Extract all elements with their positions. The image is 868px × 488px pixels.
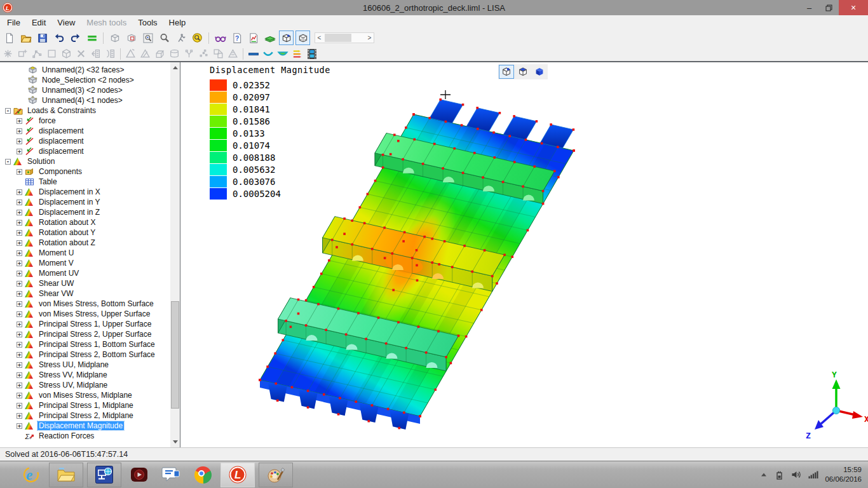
tree-expander[interactable]: + (17, 200, 22, 205)
menu-edit[interactable]: Edit (26, 17, 51, 29)
tree-item-displacement[interactable]: +displacement (0, 136, 180, 146)
view-lines-button[interactable] (85, 30, 99, 45)
tree-expander[interactable]: + (17, 250, 22, 256)
tree-expander[interactable]: + (17, 352, 22, 358)
tree-item-shear-vw[interactable]: +Shear VW (0, 288, 180, 299)
view-cube-solid-button[interactable] (279, 30, 294, 45)
tree-expander[interactable]: + (17, 128, 22, 134)
perspective-glasses-button[interactable] (213, 30, 227, 45)
tree-item-displacement-in-z[interactable]: +Displacement in Z (0, 207, 180, 217)
view-mode-solid[interactable] (532, 65, 547, 79)
view-mode-wireframe-nodes[interactable] (499, 65, 514, 79)
walk-through-button[interactable] (173, 30, 188, 45)
tree-item-von-mises-stress-bottom-surface[interactable]: +von Mises Stress, Bottom Surface (0, 299, 180, 309)
tree-item-loads-constraints[interactable]: -Loads & Constraints (0, 105, 180, 116)
menu-view[interactable]: View (51, 17, 81, 29)
undo-button[interactable] (51, 30, 66, 45)
tree-item-principal-stress-1-midplane[interactable]: +Principal Stress 1, Midplane (0, 400, 180, 410)
lync-taskbar-button[interactable] (157, 463, 185, 487)
view-element-cube-button[interactable] (124, 30, 139, 45)
tree-expander[interactable]: + (17, 210, 22, 215)
menu-tools[interactable]: Tools (132, 17, 163, 29)
redo-button[interactable] (68, 30, 83, 45)
tree-item-rotation-about-y[interactable]: +Rotation about Y (0, 227, 180, 238)
save-file-button[interactable] (35, 30, 50, 45)
view-mode-shaded[interactable] (515, 65, 531, 79)
tree-expander[interactable]: - (5, 159, 11, 165)
tree-expander[interactable]: + (17, 403, 22, 409)
tree-item-stress-uv-midplane[interactable]: +Stress UV, Midplane (0, 380, 180, 390)
tree-expander[interactable]: + (17, 169, 22, 175)
tree-item-unnamed-2-32-faces[interactable]: Unnamed(2) <32 faces> (0, 65, 180, 75)
tree-item-von-mises-stress-upper-surface[interactable]: +von Mises Stress, Upper Surface (0, 309, 180, 319)
restore-button[interactable] (819, 0, 839, 15)
media-player-taskbar-button[interactable] (125, 463, 153, 487)
help-document-button[interactable]: ? (229, 30, 244, 45)
view-cube-wire-button[interactable] (295, 30, 310, 45)
tree-item-solution[interactable]: -Solution (0, 156, 180, 166)
volume-icon[interactable] (790, 470, 801, 479)
tree-expander[interactable]: + (17, 342, 22, 348)
view-wireframe-cube-button[interactable] (107, 30, 122, 45)
open-file-button[interactable] (18, 30, 33, 45)
tree-item-shear-uw[interactable]: +Shear UW (0, 278, 180, 288)
tree-item-rotation-about-z[interactable]: +Rotation about Z (0, 238, 180, 248)
paint-taskbar-button[interactable] (259, 463, 293, 487)
tree-item-moment-v[interactable]: +Moment V (0, 258, 180, 268)
tree-item-displacement-in-x[interactable]: +Displacement in X (0, 187, 180, 197)
tree-item-von-mises-stress-midplane[interactable]: +von Mises Stress, Midplane (0, 390, 180, 400)
tree-expander[interactable]: + (17, 393, 22, 398)
tree-item-principal-stress-1-bottom-surface[interactable]: +Principal Stress 1, Bottom Surface (0, 339, 180, 349)
minimize-button[interactable]: – (799, 0, 819, 15)
contour-line-button[interactable] (247, 47, 260, 60)
tree-item-stress-vv-midplane[interactable]: +Stress VV, Midplane (0, 370, 180, 380)
tree-expander[interactable]: + (17, 149, 22, 154)
menu-file[interactable]: File (1, 17, 26, 29)
power-icon[interactable] (774, 470, 784, 480)
new-file-button[interactable] (2, 30, 17, 45)
tree-item-principal-stress-2-midplane[interactable]: +Principal Stress 2, Midplane (0, 410, 180, 421)
scroll-track[interactable] (323, 33, 365, 43)
internet-explorer-taskbar-button[interactable]: e (17, 463, 45, 487)
tree-expander[interactable]: + (17, 220, 22, 226)
tree-item-reaction-forces[interactable]: ΣReaction Forces (0, 431, 180, 441)
tree-scrollbar[interactable] (170, 62, 180, 447)
viewport-3d[interactable]: Y X Z Displacement Magnitude 0.023520.02… (180, 62, 868, 447)
plot-document-button[interactable] (246, 30, 261, 45)
scroll-left-icon[interactable]: < (315, 34, 323, 41)
tree-expander[interactable]: + (17, 332, 22, 337)
tree-expander[interactable]: + (17, 240, 22, 246)
tree-expander[interactable]: + (17, 291, 22, 297)
tree-expander[interactable]: + (17, 118, 22, 124)
tree-item-principal-stress-2-bottom-surface[interactable]: +Principal Stress 2, Bottom Surface (0, 349, 180, 360)
tree-item-stress-uu-midplane[interactable]: +Stress UU, Midplane (0, 360, 180, 370)
tree-expander[interactable]: + (17, 230, 22, 236)
contour-curve-button[interactable] (261, 47, 275, 60)
tree-expander[interactable]: + (17, 322, 22, 327)
scroll-thumb[interactable] (325, 34, 351, 42)
close-button[interactable]: × (839, 0, 868, 15)
scroll-up-icon[interactable] (170, 63, 180, 72)
tree-expander[interactable]: + (17, 271, 22, 276)
shell-stack-button[interactable] (262, 30, 277, 45)
tree-expander[interactable]: + (17, 413, 22, 419)
tree-item-force[interactable]: +force (0, 116, 180, 126)
tree-item-principal-stress-1-upper-surface[interactable]: +Principal Stress 1, Upper Surface (0, 319, 180, 329)
animation-button[interactable] (305, 47, 318, 60)
tree-item-moment-uv[interactable]: +Moment UV (0, 268, 180, 278)
tree-item-rotation-about-x[interactable]: +Rotation about X (0, 217, 180, 227)
tree-expander[interactable]: + (17, 362, 22, 368)
tree-item-displacement[interactable]: +displacement (0, 126, 180, 136)
scroll-right-icon[interactable]: > (365, 34, 374, 41)
tree-expander[interactable]: + (17, 301, 22, 307)
zoom-window-button[interactable] (140, 30, 155, 45)
zoom-auto-button[interactable] (190, 30, 205, 45)
lisa-taskbar-button[interactable]: L (220, 463, 255, 487)
tree-item-components[interactable]: +Components (0, 166, 180, 177)
tree-expander[interactable]: + (17, 311, 22, 317)
zoom-button[interactable] (157, 30, 172, 45)
tree-item-node-selection-2-nodes[interactable]: Node_Selection <2 nodes> (0, 75, 180, 85)
toolbar-overflow-scrollbar[interactable]: <> (315, 32, 374, 43)
tree-expander[interactable]: - (5, 108, 11, 114)
menu-help[interactable]: Help (163, 17, 192, 29)
